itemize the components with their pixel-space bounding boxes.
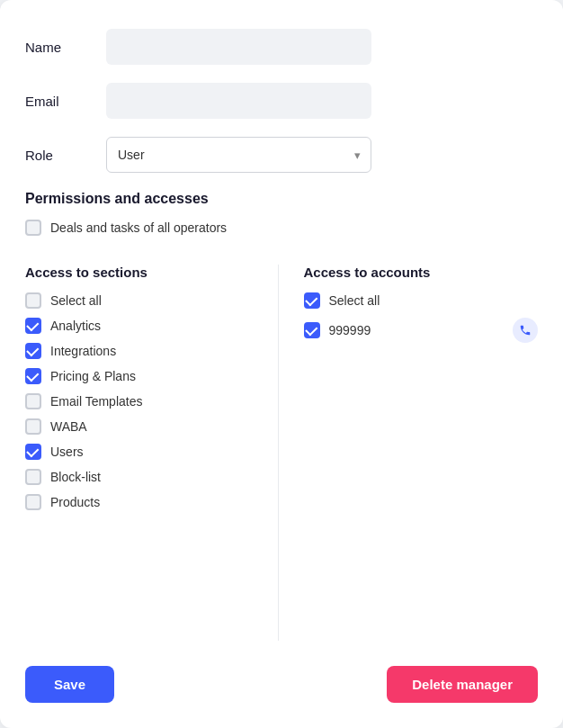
email-input[interactable] [106, 83, 371, 119]
section-users-label: Users [50, 445, 84, 459]
section-pricing-row: Pricing & Plans [25, 368, 260, 384]
deals-tasks-row: Deals and tasks of all operators [25, 220, 538, 236]
section-products-checkbox[interactable] [25, 494, 41, 510]
email-row: Email [25, 83, 538, 119]
section-products-row: Products [25, 494, 260, 510]
deals-tasks-label: Deals and tasks of all operators [50, 220, 227, 235]
permissions-title: Permissions and accesses [25, 191, 538, 207]
section-blocklist-row: Block-list [25, 469, 260, 485]
role-label: Role [25, 148, 106, 163]
section-users-checkbox[interactable] [25, 444, 41, 460]
account-999999-row: 999999 [304, 318, 539, 343]
section-select-all-label: Select all [50, 293, 102, 308]
account-select-all-label: Select all [329, 293, 380, 308]
section-integrations-row: Integrations [25, 343, 260, 359]
email-label: Email [25, 94, 106, 109]
role-select[interactable]: User Manager Admin [106, 137, 371, 173]
account-999999-left: 999999 [304, 322, 371, 338]
section-analytics-row: Analytics [25, 318, 260, 334]
name-input[interactable] [106, 29, 371, 65]
save-button[interactable]: Save [25, 666, 114, 703]
section-blocklist-checkbox[interactable] [25, 469, 41, 485]
section-email-templates-label: Email Templates [50, 394, 142, 409]
section-integrations-checkbox[interactable] [25, 343, 41, 359]
permissions-section: Permissions and accesses Deals and tasks… [25, 191, 538, 245]
section-pricing-label: Pricing & Plans [50, 369, 136, 383]
section-select-all-checkbox[interactable] [25, 292, 41, 309]
section-select-all-row: Select all [25, 292, 260, 309]
section-blocklist-label: Block-list [50, 470, 101, 484]
account-999999-checkbox[interactable] [304, 322, 320, 338]
section-pricing-checkbox[interactable] [25, 368, 41, 384]
section-email-templates-row: Email Templates [25, 393, 260, 409]
deals-tasks-checkbox[interactable] [25, 220, 41, 236]
account-select-all-left: Select all [304, 292, 380, 309]
name-row: Name [25, 29, 538, 65]
phone-icon [513, 318, 538, 343]
section-users-row: Users [25, 444, 260, 460]
section-email-templates-checkbox[interactable] [25, 393, 41, 409]
footer: Save Delete manager [25, 641, 538, 703]
access-accounts-title: Access to accounts [304, 265, 539, 280]
section-analytics-checkbox[interactable] [25, 318, 41, 334]
account-999999-label: 999999 [329, 323, 371, 337]
account-select-all-row: Select all [304, 292, 539, 309]
section-waba-label: WABA [50, 419, 87, 434]
access-sections-title: Access to sections [25, 265, 260, 280]
access-accounts-column: Access to accounts Select all 999999 [279, 265, 539, 641]
role-select-wrapper: User Manager Admin ▾ [106, 137, 371, 173]
main-card: Name Email Role User Manager Admin ▾ Per… [0, 0, 563, 728]
access-sections-column: Access to sections Select all Analytics … [25, 265, 279, 641]
account-select-all-checkbox[interactable] [304, 292, 320, 309]
delete-manager-button[interactable]: Delete manager [387, 666, 538, 703]
role-row: Role User Manager Admin ▾ [25, 137, 538, 173]
columns-wrapper: Access to sections Select all Analytics … [25, 265, 538, 641]
name-label: Name [25, 40, 106, 55]
section-products-label: Products [50, 495, 100, 509]
section-waba-checkbox[interactable] [25, 418, 41, 435]
section-analytics-label: Analytics [50, 319, 101, 333]
section-integrations-label: Integrations [50, 344, 116, 358]
section-waba-row: WABA [25, 418, 260, 435]
